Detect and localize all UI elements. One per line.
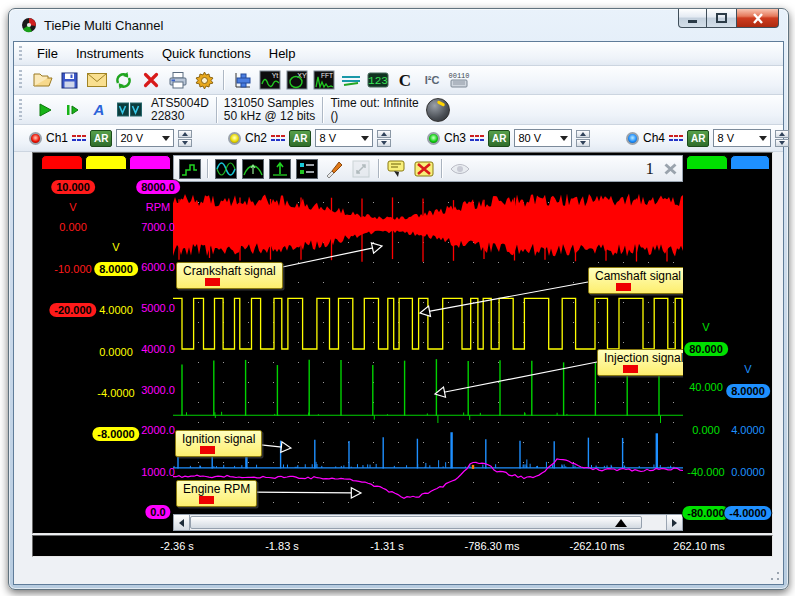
menu-instruments[interactable]: Instruments: [67, 43, 153, 64]
callout-label: Injection signal: [604, 351, 683, 365]
ch3-led-icon[interactable]: [427, 132, 440, 145]
time-axis: -2.36 s-1.83 s-1.31 s-786.30 ms-262.10 m…: [32, 535, 773, 557]
ch4-axis-tick[interactable]: 8.0000: [726, 384, 770, 398]
callout-injection-signal[interactable]: Injection signal: [597, 349, 683, 376]
svg-text:I²C: I²C: [424, 74, 439, 86]
resize-grip[interactable]: [769, 570, 781, 582]
ch3-axis-tick[interactable]: -80.000: [682, 506, 729, 520]
titlebar[interactable]: TiePie Multi Channel: [9, 9, 788, 41]
refresh-button[interactable]: [111, 68, 136, 92]
delete-button[interactable]: [138, 68, 163, 92]
add-instrument-icon: [233, 70, 253, 90]
save-button[interactable]: [57, 68, 82, 92]
scroll-right-button[interactable]: [666, 515, 682, 530]
ch2-axis-tick[interactable]: -8.0000: [92, 427, 139, 441]
ch1-coupling-icon[interactable]: [72, 135, 86, 141]
value-display-button[interactable]: 123: [365, 68, 390, 92]
visibility-button[interactable]: [447, 157, 472, 180]
toolbar-gripper[interactable]: [19, 70, 22, 90]
close-button[interactable]: [736, 9, 779, 28]
ch2-range-stepper[interactable]: [377, 130, 391, 147]
ch1-axis-tick[interactable]: -20.000: [49, 303, 96, 317]
signal-wave-button[interactable]: [213, 157, 238, 180]
measurebar-gripper[interactable]: [19, 99, 22, 120]
email-button[interactable]: [84, 68, 109, 92]
callout-source-color: [199, 496, 214, 504]
add-callout-button[interactable]: [384, 157, 409, 180]
legend-button[interactable]: [294, 157, 319, 180]
minimize-button[interactable]: [678, 9, 707, 28]
i2c-icon: I²C: [421, 72, 443, 88]
ch2-range-select[interactable]: 8 V: [315, 129, 373, 147]
value-windows-button[interactable]: [116, 99, 144, 121]
channel-ch1-controls: Ch1 AR 20 V: [29, 129, 217, 147]
xy-graph-button[interactable]: XY: [284, 68, 309, 92]
callout-source-color: [200, 446, 215, 454]
maximize-button[interactable]: [707, 9, 736, 28]
ch3-range-select[interactable]: 80 V: [514, 129, 572, 147]
callout-ignition-signal[interactable]: Ignition signal: [175, 430, 262, 457]
ch4-range-select[interactable]: 8 V: [713, 129, 771, 147]
i2c-button[interactable]: I²C: [419, 68, 444, 92]
envelope-button[interactable]: [240, 157, 265, 180]
ch2-coupling-icon[interactable]: [271, 135, 285, 141]
ch1-autorange-button[interactable]: AR: [90, 130, 112, 147]
menu-help[interactable]: Help: [260, 43, 305, 64]
menu-file[interactable]: File: [28, 43, 67, 64]
ch4-led-icon[interactable]: [626, 132, 639, 145]
ch2-axis-tick[interactable]: 8.0000: [94, 262, 138, 276]
fft-graph-button[interactable]: FFT: [311, 68, 336, 92]
ch1-range-select[interactable]: 20 V: [116, 129, 174, 147]
ch4-autorange-button[interactable]: AR: [687, 130, 709, 147]
menu-quick-functions[interactable]: Quick functions: [153, 43, 260, 64]
ch4-axis-tick[interactable]: -4.0000: [724, 506, 771, 520]
ch1-range-stepper[interactable]: [178, 130, 192, 147]
plot-area[interactable]: Crankshaft signalCamshaft signalInjectio…: [173, 182, 683, 511]
ch3-axis-tick[interactable]: 80.000: [684, 342, 728, 356]
resize-button[interactable]: [348, 157, 373, 180]
callout-label: Ignition signal: [182, 432, 255, 446]
ch2-led-icon[interactable]: [228, 132, 241, 145]
settings-button[interactable]: [192, 68, 217, 92]
yt-graph-button[interactable]: Yt: [257, 68, 282, 92]
graph-style-button[interactable]: [177, 157, 202, 180]
meter-button[interactable]: [338, 68, 363, 92]
autorange-graph-button[interactable]: [267, 157, 292, 180]
ch3-coupling-icon[interactable]: [470, 135, 484, 141]
timeout-knob[interactable]: [426, 98, 450, 122]
start-button[interactable]: [35, 99, 55, 121]
delete-callouts-button[interactable]: [411, 157, 436, 180]
ch1-axis-tick[interactable]: 10.000: [51, 180, 95, 194]
callout-engine-rpm[interactable]: Engine RPM: [176, 480, 257, 507]
scroll-left-button[interactable]: [174, 515, 190, 530]
add-instrument-button[interactable]: [230, 68, 255, 92]
rpm-axis-tick: 7000.0: [141, 221, 175, 233]
rpm-axis-tick: 2000.0: [141, 424, 175, 436]
rpm-axis-tick[interactable]: 0.0: [145, 505, 170, 519]
ch1-led-icon[interactable]: [29, 132, 42, 145]
time-axis-bar: -2.36 s-1.83 s-1.31 s-786.30 ms-262.10 m…: [14, 534, 783, 558]
callout-camshaft-signal[interactable]: Camshaft signal: [588, 267, 683, 294]
rpm-axis-tick[interactable]: 8000.0: [136, 180, 180, 194]
menubar-gripper[interactable]: [19, 46, 22, 61]
ch3-autorange-button[interactable]: AR: [488, 130, 510, 147]
close-graph-button[interactable]: [661, 157, 679, 180]
paint-button[interactable]: [321, 157, 346, 180]
scrollbar-thumb[interactable]: [190, 516, 642, 529]
print-button[interactable]: [165, 68, 190, 92]
ch3-range-stepper[interactable]: [576, 130, 590, 147]
counter-button[interactable]: 00110: [446, 68, 471, 92]
measure-bar: A ATS5004D 22830 131050 Samples 50 kHz @…: [14, 95, 783, 125]
crescent-button[interactable]: C: [392, 68, 417, 92]
ch2-autorange-button[interactable]: AR: [289, 130, 311, 147]
oneshot-button[interactable]: [62, 99, 82, 121]
horizontal-scrollbar[interactable]: [173, 514, 683, 531]
yt-graph-icon: Yt: [259, 70, 281, 90]
open-button[interactable]: [30, 68, 55, 92]
ch4-coupling-icon[interactable]: [669, 135, 683, 141]
autosetup-button[interactable]: A: [89, 99, 109, 121]
ch4-range-stepper[interactable]: [775, 130, 789, 147]
callout-crankshaft-signal[interactable]: Crankshaft signal: [176, 262, 283, 289]
ch1-label: Ch1: [46, 131, 68, 145]
time-axis-tick: 262.10 ms: [673, 540, 724, 552]
